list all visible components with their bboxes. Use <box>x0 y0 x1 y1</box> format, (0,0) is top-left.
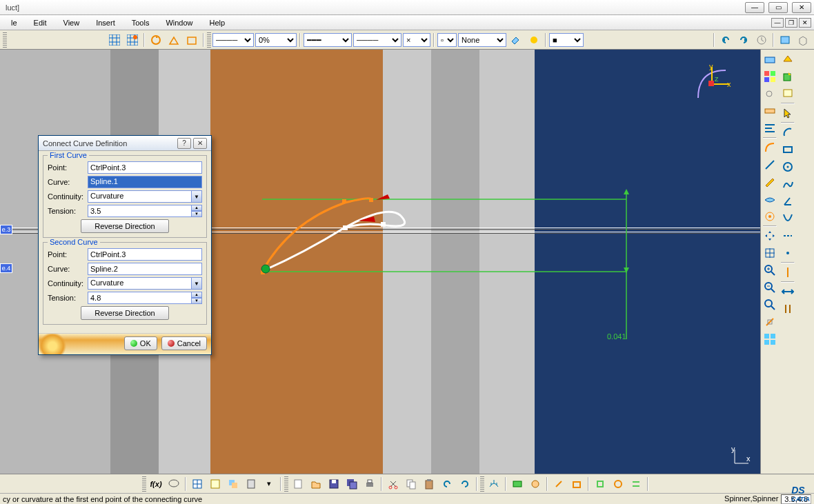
formula-icon[interactable]: f(x) <box>148 476 164 492</box>
render-combo[interactable]: ▫ <box>437 33 457 47</box>
first-tension-field[interactable] <box>88 205 191 217</box>
spinner-down-button[interactable]: ▼ <box>191 298 202 304</box>
point-combo[interactable]: × <box>403 33 430 47</box>
output3d-icon[interactable] <box>568 476 585 492</box>
angle-icon[interactable] <box>780 193 796 210</box>
drafting-icon[interactable] <box>207 476 224 492</box>
toolbar-grip[interactable] <box>3 32 7 48</box>
menu-edit[interactable]: Edit <box>26 17 55 28</box>
menu-help[interactable]: Help <box>201 17 234 28</box>
paint-icon[interactable] <box>508 32 524 48</box>
first-curve-field[interactable]: Spline.1 <box>88 176 202 188</box>
first-continuity-combo[interactable]: Curvature <box>88 190 191 203</box>
parabola-icon[interactable] <box>780 210 796 227</box>
convert-icon[interactable] <box>509 476 526 492</box>
point-icon[interactable] <box>780 245 796 261</box>
workbench-icon[interactable] <box>780 51 796 68</box>
line-icon[interactable] <box>762 157 778 173</box>
menu-view[interactable]: View <box>55 17 88 28</box>
snap-grid-icon[interactable] <box>124 32 141 48</box>
history-icon[interactable] <box>753 32 770 48</box>
second-tension-field[interactable] <box>88 292 191 304</box>
shape-icon[interactable] <box>183 32 200 48</box>
menu-tools[interactable]: Tools <box>123 17 158 28</box>
dropdown-button[interactable]: ▼ <box>191 190 202 203</box>
cancel-button[interactable]: Cancel <box>161 336 207 350</box>
tree-item[interactable]: e.4 <box>0 263 12 273</box>
grid-icon[interactable] <box>106 32 123 48</box>
undo-icon[interactable] <box>717 32 734 48</box>
open-icon[interactable] <box>308 476 324 492</box>
link-icon[interactable] <box>762 85 778 102</box>
close-button[interactable]: ✕ <box>792 2 811 13</box>
redo-icon[interactable] <box>457 476 473 492</box>
print-icon[interactable] <box>361 476 378 492</box>
circle-arc-icon[interactable] <box>780 124 796 141</box>
linetype-combo[interactable]: ──── <box>212 33 254 47</box>
analysis-icon[interactable] <box>166 32 182 48</box>
toolbar-grip[interactable] <box>284 476 288 492</box>
toolbar-grip[interactable] <box>142 476 146 492</box>
align-icon[interactable] <box>762 120 778 137</box>
dialog-titlebar[interactable]: Connect Curve Definition ? ✕ <box>39 136 211 151</box>
layer-combo[interactable]: None <box>458 33 506 47</box>
opacity-combo[interactable]: 0% <box>255 33 297 47</box>
save-icon[interactable] <box>326 476 342 492</box>
export-icon[interactable] <box>780 68 796 85</box>
output2d-icon[interactable] <box>550 476 567 492</box>
bracket-icon[interactable] <box>780 301 796 317</box>
cut-icon[interactable] <box>385 476 401 492</box>
wing-icon[interactable] <box>762 191 778 208</box>
maximize-button[interactable]: ▭ <box>768 2 788 13</box>
axis-icon[interactable] <box>780 228 796 244</box>
scale-icon[interactable] <box>762 103 778 119</box>
linestyle-combo[interactable]: ──── <box>353 33 401 47</box>
toolbox-icon[interactable] <box>762 51 778 68</box>
dropdown-button[interactable]: ▼ <box>191 277 202 290</box>
menu-file[interactable]: le <box>3 17 26 28</box>
palette-icon[interactable] <box>762 68 778 85</box>
light-icon[interactable] <box>526 32 542 48</box>
copy-icon[interactable] <box>403 476 419 492</box>
box-icon[interactable] <box>795 32 811 48</box>
second-continuity-combo[interactable]: Curvature <box>88 277 191 290</box>
lineweight-combo[interactable]: ━━━ <box>304 33 352 47</box>
spline-icon[interactable] <box>780 176 796 192</box>
select-arrow-icon[interactable] <box>780 105 796 121</box>
sketch-icon[interactable] <box>762 174 778 190</box>
tree-item[interactable]: e.3 <box>0 225 12 234</box>
tangent-line-icon[interactable] <box>780 264 796 281</box>
diag-constraint-icon[interactable] <box>610 476 626 492</box>
circle-icon[interactable] <box>780 159 796 175</box>
undo-icon[interactable] <box>439 476 455 492</box>
spinner-up-button[interactable]: ▲ <box>191 292 202 298</box>
mdi-restore-button[interactable]: ❐ <box>785 18 797 28</box>
menu-insert[interactable]: Insert <box>88 17 123 28</box>
multi-view-icon[interactable] <box>762 331 778 347</box>
rectangle-icon[interactable] <box>780 141 796 158</box>
mdi-close-button[interactable]: ✕ <box>799 18 811 28</box>
annotate-icon[interactable] <box>780 85 796 102</box>
hresize-icon[interactable] <box>780 283 796 300</box>
spinner-down-button[interactable]: ▼ <box>191 211 202 217</box>
zoom-window-icon[interactable] <box>762 296 778 313</box>
normal-view-icon[interactable] <box>762 314 778 330</box>
second-curve-field[interactable] <box>88 263 202 275</box>
zoom-in-icon[interactable] <box>762 262 778 279</box>
toolbar-grip[interactable] <box>207 32 211 48</box>
catalog-icon[interactable] <box>243 476 259 492</box>
paste-icon[interactable] <box>421 476 437 492</box>
catalog-dropdown-icon[interactable]: ▾ <box>261 476 277 492</box>
arc-icon[interactable] <box>762 139 778 156</box>
new-icon[interactable] <box>290 476 306 492</box>
dialog-close-button[interactable]: ✕ <box>193 138 207 149</box>
move-icon[interactable] <box>762 228 778 244</box>
redo-icon[interactable] <box>735 32 752 48</box>
zoom-out-icon[interactable] <box>762 279 778 296</box>
ok-button[interactable]: OK <box>124 336 157 350</box>
mdi-minimize-button[interactable]: — <box>771 18 784 28</box>
save-all-icon[interactable] <box>344 476 360 492</box>
update-icon[interactable] <box>148 32 164 48</box>
comb-icon[interactable] <box>486 476 502 492</box>
color-combo[interactable]: ■ <box>549 33 584 47</box>
